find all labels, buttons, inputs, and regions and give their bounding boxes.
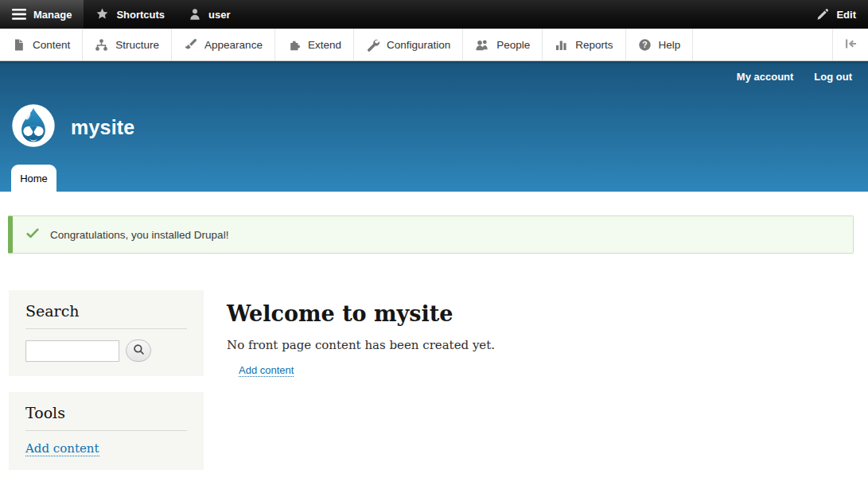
add-content-link[interactable]: Add content [239,364,294,377]
star-icon [95,8,109,21]
wrench-icon [366,38,380,52]
sidebar: Search Tools Add content [9,290,204,486]
magnifier-icon [133,343,145,358]
page-content: Congratulations, you installed Drupal! S… [0,192,868,489]
admin-tab-label: Manage [33,9,72,21]
toolbar-item-label: Configuration [387,39,450,51]
toolbar-item-extend[interactable]: Extend [275,29,354,60]
toolbar-item-label: Reports [575,39,613,51]
user-icon [189,8,201,21]
toolbar-item-appearance[interactable]: Appearance [172,29,275,60]
tools-add-content-link[interactable]: Add content [25,441,99,456]
page-title: Welcome to mysite [227,301,844,327]
toolbar-item-reports[interactable]: Reports [543,29,625,60]
puzzle-icon [287,38,301,52]
toolbar-item-label: Help [659,39,681,51]
question-icon: ? [638,38,652,52]
tools-links: Add content [25,441,187,456]
menu-icon [12,9,26,20]
admin-toolbar-bar: Manage Shortcuts user Edit [0,0,868,29]
admin-tab-shortcuts[interactable]: Shortcuts [84,0,177,29]
toolbar-item-configuration[interactable]: Configuration [354,29,463,60]
edit-button[interactable]: Edit [804,0,868,29]
status-message-text: Congratulations, you installed Drupal! [50,229,228,241]
sitemap-icon [95,38,108,52]
toolbar-item-people[interactable]: People [463,29,543,60]
collapse-tray-icon [844,37,858,52]
checkmark-icon [26,228,39,241]
admin-tab-label: user [208,9,230,21]
toolbar-item-label: Extend [308,39,341,51]
admin-toolbar-tray: Content Structure Appearance Extend Conf… [0,29,868,61]
toolbar-item-label: Content [33,39,70,51]
toolbar-item-help[interactable]: ? Help [626,29,694,60]
file-icon [12,38,25,52]
paintbrush-icon [184,38,197,52]
svg-text:?: ? [642,40,647,49]
toolbar-item-label: Structure [115,39,159,51]
empty-frontpage-text: No front page content has been created y… [227,338,844,352]
edit-button-label: Edit [836,9,856,21]
site-name[interactable]: mysite [71,116,134,139]
toolbar-item-label: Appearance [204,39,263,51]
pencil-icon [816,8,829,21]
toolbar-item-label: People [496,39,530,51]
tab-home[interactable]: Home [11,165,56,192]
search-block-title: Search [25,302,187,329]
log-out-link[interactable]: Log out [814,71,852,83]
main-content: Welcome to mysite No front page content … [227,301,844,377]
admin-tab-user[interactable]: user [177,0,242,29]
toolbar-item-structure[interactable]: Structure [83,29,172,60]
tools-block-title: Tools [25,404,187,431]
admin-tab-manage[interactable]: Manage [0,0,84,29]
site-branding[interactable]: mysite [11,103,134,151]
admin-bar-spacer [243,0,805,29]
drupal-drop-logo[interactable] [11,103,56,151]
toolbar-item-content[interactable]: Content [0,29,83,60]
bar-chart-icon [555,38,568,52]
admin-tab-label: Shortcuts [116,9,165,21]
search-form [25,340,187,362]
search-block: Search [9,290,204,376]
my-account-link[interactable]: My account [737,71,794,83]
toolbar-collapse-button[interactable] [832,29,868,60]
toolbar-spacer [693,29,832,60]
search-input[interactable] [25,340,119,362]
site-header: My account Log out mysite Home [0,61,868,192]
status-message: Congratulations, you installed Drupal! [8,215,854,254]
search-button[interactable] [126,340,151,362]
secondary-menu: My account Log out [737,71,852,83]
tools-block: Tools Add content [9,392,204,470]
people-icon [475,38,489,52]
